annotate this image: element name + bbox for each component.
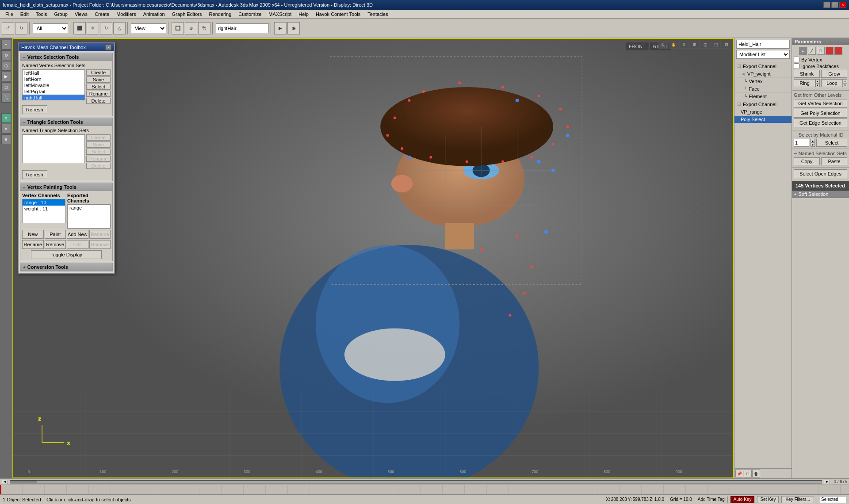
ring-up-arrow[interactable]: ▲ [815, 79, 820, 83]
angle-snap-button[interactable]: ⊕ [185, 22, 197, 34]
set-key-btn[interactable]: Set Key [757, 496, 779, 503]
poly-mode-icon[interactable] [826, 47, 834, 55]
modifier-vp-weight[interactable]: ◄ VP_weight [734, 70, 792, 78]
utilities-panel-btn[interactable]: 🔧 [1, 93, 11, 103]
menu-create[interactable]: Create [91, 10, 113, 18]
painting-add-new-btn[interactable]: Add New [67, 230, 88, 239]
menu-modifiers[interactable]: Modifiers [113, 10, 140, 18]
vertex-refresh-btn[interactable]: Refresh [22, 105, 47, 114]
get-vertex-selection-btn[interactable]: Get Vertex Selection [794, 99, 847, 108]
menu-file[interactable]: File [2, 10, 17, 18]
havok-title-bar[interactable]: Havok Mesh Channel Toolbox × [19, 43, 114, 51]
vertex-mode-icon[interactable]: ⬥ [799, 47, 807, 55]
selected-input[interactable] [820, 496, 846, 503]
select-open-edges-btn[interactable]: Select Open Edges [794, 169, 847, 178]
conversion-section-header[interactable]: + Conversion Tools [20, 263, 112, 271]
nav-zoom-all[interactable]: ⊞ [690, 41, 700, 49]
list-item-lefthorn[interactable]: leftHorn [23, 76, 84, 82]
menu-rendering[interactable]: Rendering [206, 10, 235, 18]
view-dropdown[interactable]: View [131, 23, 166, 33]
loop-btn[interactable]: Loop [821, 79, 843, 87]
scroll-thumb[interactable] [10, 481, 37, 483]
material-select-btn[interactable]: Select [816, 139, 847, 147]
triangle-selection-list[interactable] [22, 134, 85, 163]
nav-zoom-extents[interactable]: ⬚ [711, 41, 721, 49]
painting-edit-btn[interactable]: Edit [67, 240, 88, 249]
vertex-save-btn[interactable]: Save [86, 76, 111, 83]
vertex-create-btn[interactable]: Create [86, 69, 111, 76]
hierarchy-panel-btn[interactable]: ⬡ [1, 61, 11, 71]
list-item-lefthall[interactable]: leftHall [23, 70, 84, 76]
a-btn[interactable]: A [1, 124, 11, 134]
modifier-export-channel-1[interactable]: ⊞ Export Channel [734, 62, 792, 70]
b-btn[interactable]: B [1, 134, 11, 144]
remove-modifier-btn[interactable]: 🗑 [752, 470, 760, 477]
nav-zoom-extents-all[interactable]: ⊟ [722, 41, 731, 49]
conversion-expand-btn[interactable]: + [23, 265, 26, 270]
menu-help[interactable]: Help [295, 10, 312, 18]
grow-btn[interactable]: Grow [821, 70, 847, 78]
matid-up-arrow[interactable]: ▲ [811, 139, 815, 143]
triangle-select-btn[interactable]: Select [86, 149, 111, 155]
modifier-face[interactable]: └ Face [734, 85, 792, 93]
s-btn[interactable]: S [1, 113, 11, 123]
loop-down-arrow[interactable]: ▼ [843, 83, 847, 87]
menu-graph-editors[interactable]: Graph Editors [168, 10, 206, 18]
quick-render-button[interactable]: ◉ [287, 22, 300, 34]
copy-btn[interactable]: Copy [794, 157, 820, 165]
scroll-track[interactable] [10, 480, 822, 484]
painting-remove2-btn[interactable]: Remove [89, 240, 111, 249]
move-button[interactable]: ✥ [87, 22, 99, 34]
vertex-delete-btn[interactable]: Delete [86, 98, 111, 104]
modify-panel-btn[interactable]: ⚙ [1, 50, 11, 60]
auto-key-btn[interactable]: Auto Key [730, 496, 755, 503]
exported-channels-list[interactable]: range [67, 204, 111, 229]
nav-pan[interactable]: ✋ [669, 41, 678, 49]
create-panel-btn[interactable]: + [1, 40, 11, 50]
edge-mode-icon[interactable]: ╱ [808, 47, 816, 55]
get-poly-selection-btn[interactable]: Get Poly Selection [794, 109, 847, 118]
nav-arc-rotate[interactable]: ⊙ [658, 41, 668, 49]
object-name-input[interactable] [216, 23, 269, 33]
painting-rename-export-btn[interactable]: Rename [89, 230, 111, 239]
ignore-backfaces-checkbox[interactable] [794, 63, 799, 69]
painting-remove-btn[interactable]: Remove [45, 240, 66, 249]
modifier-list-dropdown[interactable]: Modifier List [736, 50, 790, 59]
painting-new-btn[interactable]: New [22, 230, 44, 239]
menu-edit[interactable]: Edit [17, 10, 32, 18]
select-button[interactable]: ⬛ [73, 22, 86, 34]
exported-range[interactable]: range [68, 205, 110, 211]
pin-stack-btn[interactable]: 📌 [735, 470, 743, 477]
timeline-slider[interactable] [0, 485, 849, 494]
triangle-save-btn[interactable]: Save [86, 141, 111, 148]
modifier-vp-range[interactable]: VP_range [734, 108, 792, 116]
channel-range[interactable]: range : 10 [23, 199, 65, 206]
menu-tentacles[interactable]: Tentacles [364, 10, 391, 18]
triangle-create-btn[interactable]: Create [86, 134, 111, 141]
redo-button[interactable]: ↻ [15, 22, 27, 34]
border-mode-icon[interactable]: □ [817, 47, 825, 55]
key-filters-btn[interactable]: Key Filters... [781, 496, 814, 503]
soft-selection-header[interactable]: + Soft Selection [792, 191, 849, 198]
maximize-button[interactable]: □ [831, 2, 838, 8]
modifier-element[interactable]: └ Element [734, 93, 792, 100]
vertex-channels-list[interactable]: range : 10 weight : 11 [22, 199, 65, 223]
loop-up-arrow[interactable]: ▲ [843, 79, 847, 83]
havok-close-button[interactable]: × [105, 45, 111, 50]
by-vertex-checkbox[interactable] [794, 57, 799, 62]
element-mode-icon[interactable] [834, 47, 842, 55]
rotate-button[interactable]: ↻ [100, 22, 112, 34]
toggle-display-btn[interactable]: Toggle Display [31, 250, 102, 259]
menu-customize[interactable]: Customize [235, 10, 265, 18]
menu-tools[interactable]: Tools [32, 10, 51, 18]
object-name-field[interactable] [736, 40, 790, 49]
percent-snap-button[interactable]: % [198, 22, 210, 34]
menu-havok[interactable]: Havok Content Tools [312, 10, 364, 18]
snap-button[interactable]: 🔲 [172, 22, 184, 34]
paste-btn[interactable]: Paste [821, 157, 847, 165]
minimize-button[interactable]: − [823, 2, 830, 8]
scroll-right-btn[interactable]: ► [824, 480, 830, 484]
scale-button[interactable]: △ [113, 22, 126, 34]
matid-down-arrow[interactable]: ▼ [811, 143, 815, 147]
ring-btn[interactable]: Ring [794, 79, 815, 87]
